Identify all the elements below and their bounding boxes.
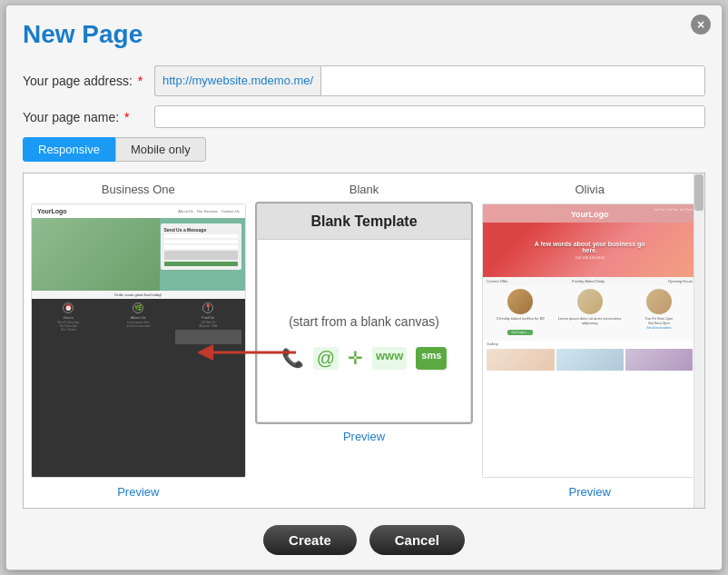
business-one-thumb[interactable]: YourLogo About UsOur ServicesContact Us … [31,203,246,478]
address-row: Your page address: * http://mywebsite.md… [23,65,705,96]
name-label: Your page name: * [23,110,154,124]
template-tabs: Responsive Mobile only [23,137,705,162]
blank-preview-link[interactable]: Preview [343,430,385,443]
olivia-thumb[interactable]: YourLogo Link One Link Two Link Three A … [482,203,697,478]
template-col-olivia: Olivia YourLogo Link One Link Two Link T… [482,183,697,499]
scrollbar-thumb[interactable] [694,174,703,211]
address-label: Your page address: * [23,74,154,88]
business-one-preview-link[interactable]: Preview [117,485,159,499]
templates-container: Business One YourLogo About UsOur Servic… [23,173,705,509]
olivia-title: Olivia [575,183,605,196]
dialog-title: New Page [23,20,705,49]
cancel-button[interactable]: Cancel [369,525,465,555]
name-row: Your page name: * [23,105,705,128]
blank-title: Blank [349,183,379,196]
create-button[interactable]: Create [263,525,357,555]
tab-mobile-only[interactable]: Mobile only [115,137,206,162]
blank-canvas-text: (start from a blank canvas) [280,287,448,338]
address-required: * [138,74,143,88]
scrollbar-track[interactable] [694,173,704,508]
name-required: * [124,110,129,124]
at-icon: @ [313,347,339,370]
template-col-blank: Blank Blank Template (start from a blank… [257,183,472,499]
dialog-footer: Create Cancel [23,525,705,555]
blank-icons: 📞 @ ✛ www sms [281,338,448,375]
olivia-preview-link[interactable]: Preview [569,485,611,499]
url-input-wrapper: http://mywebsite.mdemo.me/ [154,65,705,96]
blank-selected-label: Blank Template [258,204,471,240]
url-prefix: http://mywebsite.mdemo.me/ [154,65,320,96]
www-icon: www [372,347,407,370]
blank-thumb[interactable]: Blank Template (start from a blank canva… [257,203,472,422]
phone-icon: 📞 [281,347,304,370]
new-page-dialog: × New Page Your page address: * http://m… [5,5,723,570]
close-button[interactable]: × [691,15,711,35]
business-one-title: Business One [102,183,175,196]
tab-responsive[interactable]: Responsive [23,137,115,162]
olivia-preview-img: YourLogo Link One Link Two Link Three A … [483,204,696,477]
sms-icon: sms [416,347,447,370]
template-col-business-one: Business One YourLogo About UsOur Servic… [31,183,246,499]
compass-icon: ✛ [348,347,363,370]
url-suffix-input[interactable] [320,65,705,96]
business-one-preview-img: YourLogo About UsOur ServicesContact Us … [32,204,245,477]
name-input[interactable] [154,105,705,128]
